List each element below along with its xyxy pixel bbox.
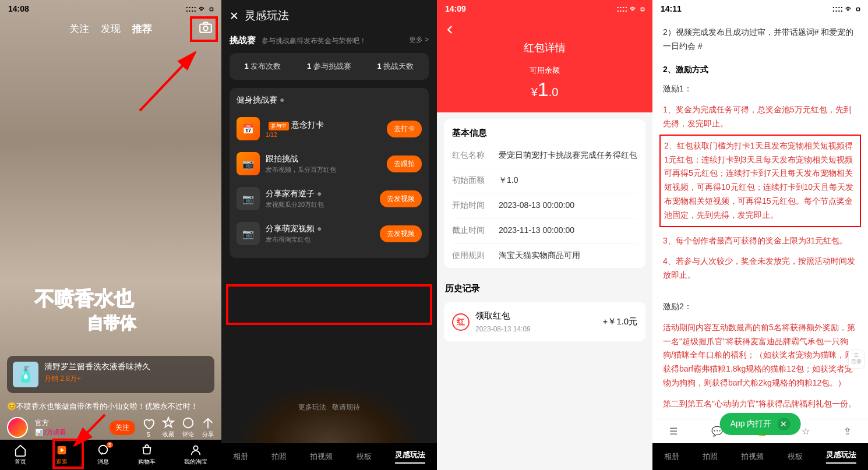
bottom-tabs: 相册 拍照 拍视频 模板 灵感玩法 <box>652 443 868 470</box>
rule-1: 1、奖金为完成任务可得，总奖金池5万元红包，先到先得，发完即止。 <box>663 103 858 131</box>
svg-line-7 <box>75 415 105 446</box>
status-time: 14:11 <box>661 4 682 13</box>
rule-5: 活动期间内容互动数最高的前5名将获得额外奖励，第一名"超级握爪官"将获得麦富迪品… <box>663 321 858 390</box>
row-name: 红包名称爱宠日萌宠打卡挑战赛完成任务得红包 <box>452 143 637 168</box>
screen-redpacket: 14:09 :::: ᯤ ▢ 红包详情 可用余额 ¥1.0 基本信息 红包名称爱… <box>437 0 652 470</box>
product-image: 🧴 <box>13 362 38 387</box>
star-icon[interactable]: ☆ <box>802 426 810 437</box>
section-challenge-title: 挑战赛 <box>230 35 256 45</box>
back-icon[interactable]: ✕ <box>230 9 239 23</box>
back-button[interactable] <box>445 24 456 37</box>
tab-inspiration[interactable]: 灵感玩法 <box>395 450 425 464</box>
calendar-icon: 📅 <box>237 117 260 140</box>
challenge-title: 分享家有逆子 <box>266 189 315 198</box>
status-icons: :::: ᯤ ▢ <box>186 4 213 13</box>
bottom-tabs: 首页 逛逛 5消息 购物车 我的淘宝 <box>0 440 221 470</box>
nav-discover[interactable]: 发现 <box>101 22 121 36</box>
challenge-sub: 发视频瓜分20万红包 <box>266 200 374 209</box>
camera-icon: 📷 <box>237 222 260 245</box>
incentive-2-label: 激励2： <box>663 300 858 314</box>
challenge-sub: 发布视频，瓜分百万红包 <box>266 165 381 174</box>
tab-inspiration[interactable]: 灵感玩法 <box>826 450 856 464</box>
history-item-amount: +￥1.0元 <box>602 316 637 327</box>
rule-4: 4、若参与人次较少，奖金未发放完，按照活动时间发放即止。 <box>663 255 858 282</box>
avatar[interactable] <box>7 417 28 438</box>
balance-value: ¥1.0 <box>437 78 652 101</box>
status-icons: :::: ᯤ ▢ <box>617 4 644 13</box>
stat-join: 1 参与挑战赛 <box>296 53 362 80</box>
video-overlay-text-1: 不喷香水也 <box>35 285 134 312</box>
tab-photo[interactable]: 拍照 <box>271 451 287 462</box>
status-bar: 14:11 :::: ᯤ ▢ <box>652 0 868 17</box>
row-rule: 使用规则淘宝天猫实物商品可用 <box>452 243 637 268</box>
section-challenge-sub: 参与挑战赢得发布奖金与荣誉吧！ <box>262 37 366 45</box>
page-title: 红包详情 <box>437 17 652 55</box>
history-item[interactable]: 红 领取红包 2023-08-13 14:09 +￥1.0元 <box>444 302 645 341</box>
challenge-title: 意念打卡 <box>291 120 324 129</box>
fav-button[interactable]: 收藏 <box>162 416 175 439</box>
stat-publish: 1 发布次数 <box>230 53 296 80</box>
comment-button[interactable]: 评论 <box>182 416 195 439</box>
row-start: 开始时间2023-08-13 00:00:00 <box>452 193 637 218</box>
rule-6: 第二到第五名"心动萌力官"将获得品牌福利礼包一份。 <box>663 397 858 411</box>
section-incentive: 2、激励方式 <box>663 63 858 77</box>
page-header: ✕ 灵感玩法 <box>221 0 437 29</box>
like-button[interactable]: 5 <box>142 418 155 438</box>
engagement-bar: 官方 📊2万观看 关注 5 收藏 评论 分享 <box>0 416 221 439</box>
close-icon[interactable]: ✕ <box>777 418 790 430</box>
tab-album[interactable]: 相册 <box>664 451 679 462</box>
post-video-button[interactable]: 去发视频 <box>380 225 422 242</box>
product-title: 清野罗兰留香洗衣液香味持久 <box>44 362 150 372</box>
nav-follow[interactable]: 关注 <box>69 22 89 36</box>
tab-my-taobao[interactable]: 我的淘宝 <box>184 444 207 466</box>
open-in-app-button[interactable]: App 内打开 ✕ <box>720 413 801 435</box>
tab-template[interactable]: 模板 <box>788 451 803 462</box>
tab-album[interactable]: 相册 <box>233 451 248 462</box>
tab-home[interactable]: 首页 <box>14 444 27 466</box>
row-end: 截止时间2023-11-13 00:00:00 <box>452 218 637 243</box>
annotation-arrow-1 <box>134 47 204 116</box>
stats-card: 1 发布次数 1 参与挑战赛 1 挑战天数 <box>230 53 429 80</box>
toc-button[interactable]: ☰目录 <box>848 349 865 369</box>
article-body[interactable]: 2）视频完成发布且成功过审，并带话题词# 和爱宠的一日约会 # 2、激励方式 激… <box>652 17 868 425</box>
red-header: 14:09 :::: ᯤ ▢ 红包详情 可用余额 ¥1.0 <box>437 0 652 112</box>
annotation-box-pet <box>226 284 432 325</box>
tab-video[interactable]: 拍视频 <box>310 451 333 462</box>
tab-cart[interactable]: 购物车 <box>138 444 156 466</box>
history-item-time: 2023-08-13 14:09 <box>475 325 531 333</box>
tab-photo[interactable]: 拍照 <box>703 451 718 462</box>
rule-2-highlighted: 2、红包获取门槛为打卡1天且发布宠物相关短视频得1元红包；连续打卡到3天且每天发… <box>659 135 861 227</box>
challenge-title: 分享萌宠视频 <box>266 224 315 233</box>
post-video-button[interactable]: 去发视频 <box>380 190 422 207</box>
annotation-arrow-2 <box>70 412 111 453</box>
challenge-checkin[interactable]: 📅 参与中 意念打卡1/12 去打卡 <box>237 111 422 146</box>
challenge-sub: 发布得淘宝红包 <box>266 235 374 244</box>
tab-template[interactable]: 模板 <box>357 451 372 462</box>
page-title: 灵感玩法 <box>245 8 289 23</box>
challenge-title: 跟拍挑战 <box>266 154 381 164</box>
share-button[interactable]: 分享 <box>202 416 214 439</box>
checkin-button[interactable]: 去打卡 <box>387 121 422 137</box>
follow-button[interactable]: 关注 <box>110 420 135 435</box>
joining-tag: 参与中 <box>269 122 289 130</box>
more-link[interactable]: 更多 > <box>409 35 429 45</box>
screen-rules: 14:11 :::: ᯤ ▢ 2）视频完成发布且成功过审，并带话题词# 和爱宠的… <box>652 0 868 470</box>
challenge-share-pet[interactable]: 📷 分享萌宠视频 ●发布得淘宝红包 去发视频 <box>237 216 422 251</box>
follow-shoot-button[interactable]: 去跟拍 <box>387 156 422 172</box>
basic-info-card: 基本信息 红包名称爱宠日萌宠打卡挑战赛完成任务得红包 初始面额￥1.0 开始时间… <box>444 119 645 268</box>
status-bar: 14:09 :::: ᯤ ▢ <box>437 0 652 17</box>
svg-point-6 <box>193 446 197 450</box>
card-title: 基本信息 <box>452 119 637 143</box>
product-sales: 月销 2.8万+ <box>44 374 150 384</box>
product-card[interactable]: 🧴 清野罗兰留香洗衣液香味持久 月销 2.8万+ <box>7 356 214 393</box>
challenge-share-kid[interactable]: 📷 分享家有逆子 ●发视频瓜分20万红包 去发视频 <box>237 181 422 216</box>
challenge-follow-shoot[interactable]: 📷 跟拍挑战发布视频，瓜分百万红包 去跟拍 <box>237 146 422 181</box>
share-icon[interactable]: ⇪ <box>844 426 851 437</box>
nav-recommend[interactable]: 推荐 <box>132 22 152 36</box>
progress: 1/12 <box>266 132 381 138</box>
tab-video[interactable]: 拍视频 <box>741 451 764 462</box>
annotation-box-camera <box>190 16 218 42</box>
fitness-title: 健身挑战赛● <box>237 95 422 105</box>
more-section: 更多玩法 敬请期待 <box>221 373 437 443</box>
list-icon[interactable]: ☰ <box>669 426 678 437</box>
